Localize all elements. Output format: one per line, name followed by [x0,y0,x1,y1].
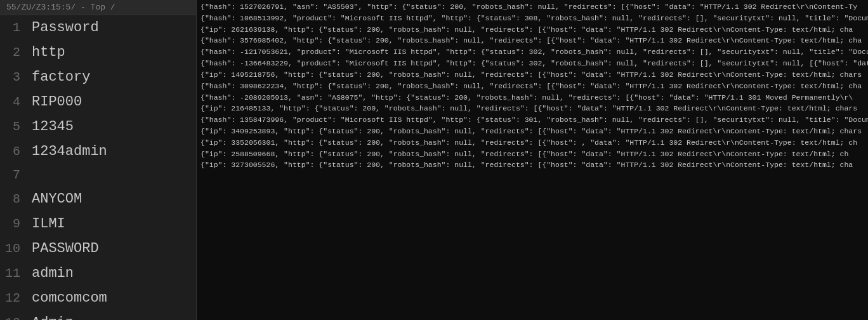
json-line: {"hash": 1527026791, "asn": "AS5503", "h… [197,1,868,13]
line-number: 12 [0,289,32,308]
left-panel: 55/ZU/Z3:15:5/ - Top / 1Password2http3fa… [0,0,197,320]
list-item[interactable]: 4RIP000 [0,90,196,114]
item-text: RIP000 [32,91,82,112]
list-item[interactable]: 11admin [0,261,196,286]
list-container: 1Password2http3factory4RIP00051234561234… [0,15,196,320]
item-text: Password [32,17,99,38]
json-line: {"hash": -1366483229, "product": "Micros… [197,58,868,69]
item-text: 12345 [32,116,74,137]
line-number: 7 [0,166,32,185]
json-line: {"ip": 3352056301, "http": {"status": 20… [197,137,868,149]
json-line: {"ip": 1495218756, "http": {"status": 20… [197,69,868,81]
json-line: {"ip": 216485133, "http": {"status": 200… [197,103,868,114]
json-line: {"ip": 3273005526, "http": {"status": 20… [197,159,868,171]
line-number: 1 [0,18,32,37]
item-text: Admin [32,312,74,320]
right-panel: {"hash": 1527026791, "asn": "AS5503", "h… [197,0,868,320]
item-text: http [32,42,65,63]
list-item[interactable]: 12comcomcom [0,286,196,310]
json-line: {"ip": 2588509668, "http": {"status": 20… [197,149,868,160]
list-item[interactable]: 3factory [0,65,196,90]
json-line: {"ip": 2621639138, "http": {"status": 20… [197,24,868,36]
json-line: {"hash": -2089205913, "asn": "AS8075", "… [197,92,868,103]
json-line: {"ip": 3409253893, "http": {"status": 20… [197,126,868,137]
line-number: 8 [0,190,32,209]
item-text: factory [32,67,90,88]
list-item[interactable]: 13Admin [0,310,196,320]
list-item[interactable]: 9ILMI [0,211,196,236]
item-text: 1234admin [32,141,107,162]
json-line: {"hash": -1217053621, "product": "Micros… [197,46,868,58]
line-number: 3 [0,68,32,87]
item-text: admin [32,263,74,284]
json-line: {"hash": 1358473996, "product": "Microso… [197,114,868,126]
line-number: 4 [0,93,32,112]
list-item[interactable]: 7 [0,164,196,187]
list-item[interactable]: 61234admin [0,139,196,164]
list-item[interactable]: 8ANYCOM [0,187,196,211]
json-container: {"hash": 1527026791, "asn": "AS5503", "h… [197,1,868,171]
line-number: 5 [0,117,32,137]
list-item[interactable]: 512345 [0,114,196,139]
item-text: ANYCOM [32,189,82,210]
item-text: PASSWORD [32,238,99,259]
item-text: ILMI [32,213,65,234]
line-number: 11 [0,264,32,283]
item-text: comcomcom [32,288,107,309]
list-item[interactable]: 10PASSWORD [0,236,196,261]
line-number: 13 [0,314,32,321]
json-line: {"hash": 3576985402, "http": {"status": … [197,35,868,46]
list-item[interactable]: 2http [0,40,196,65]
json-line: {"hash": 3098622234, "http": {"status": … [197,81,868,92]
line-number: 6 [0,142,32,161]
list-item[interactable]: 1Password [0,15,196,40]
header-bar: 55/ZU/Z3:15:5/ - Top / [0,0,196,15]
json-line: {"hash": 1068513992, "product": "Microso… [197,13,868,24]
line-number: 9 [0,215,32,234]
header-text: 55/ZU/Z3:15:5/ - Top / [6,3,115,12]
line-number: 10 [0,239,32,258]
line-number: 2 [0,43,32,62]
